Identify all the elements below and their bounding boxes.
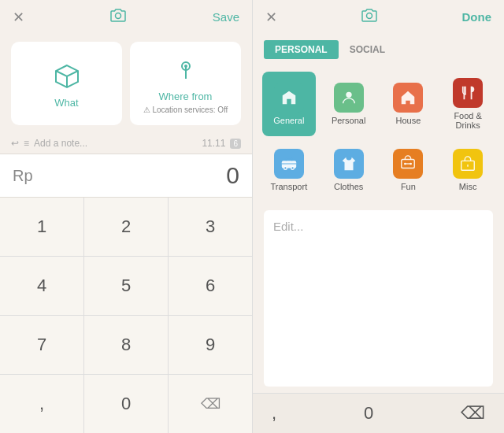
svg-point-3: [367, 13, 372, 19]
category-label-house: House: [395, 116, 421, 125]
left-camera-icon[interactable]: [109, 8, 127, 26]
category-label-clothes: Clothes: [334, 182, 363, 191]
category-label-food: Food & Drinks: [444, 111, 491, 130]
numpad-key-8[interactable]: 8: [84, 316, 168, 374]
numpad-key-4[interactable]: 4: [0, 257, 83, 315]
numpad-key-7[interactable]: 7: [0, 316, 83, 374]
modal-camera-icon[interactable]: [361, 8, 378, 26]
right-panel: ✕ Done PERSONALSOCIAL GeneralPersonalHou…: [252, 0, 504, 433]
category-transport[interactable]: Transport: [262, 142, 316, 198]
numpad: 123456789,0⌫: [0, 198, 252, 433]
left-top-bar: ✕ Save: [0, 0, 252, 34]
svg-point-9: [291, 167, 295, 170]
category-fun[interactable]: Fun: [382, 142, 435, 198]
what-card[interactable]: What: [11, 42, 122, 125]
category-personal[interactable]: Personal: [322, 72, 376, 136]
amount-display: Rp 0: [0, 154, 252, 198]
category-label-fun: Fun: [401, 182, 416, 191]
left-save-button[interactable]: Save: [213, 10, 239, 24]
modal-backspace-key[interactable]: ⌫: [453, 400, 493, 427]
left-close-button[interactable]: ✕: [13, 9, 24, 26]
done-button[interactable]: Done: [462, 10, 492, 24]
numpad-key-,[interactable]: ,: [0, 375, 83, 433]
modal-comma-key[interactable]: ,: [264, 400, 284, 427]
category-clothes[interactable]: Clothes: [322, 142, 376, 198]
amount-value: 0: [226, 162, 239, 189]
note-badge: 6: [230, 139, 241, 149]
svg-point-12: [404, 163, 406, 165]
modal-zero-key[interactable]: 0: [356, 400, 381, 427]
category-house[interactable]: House: [382, 72, 435, 136]
numpad-key-backspace[interactable]: ⌫: [169, 375, 252, 433]
numpad-key-1[interactable]: 1: [0, 198, 83, 256]
numpad-key-9[interactable]: 9: [169, 316, 252, 374]
numpad-key-2[interactable]: 2: [84, 198, 168, 256]
numpad-key-6[interactable]: 6: [169, 257, 252, 315]
currency-label: Rp: [13, 167, 33, 185]
edit-area[interactable]: Edit...: [264, 210, 493, 387]
category-label-misc: Misc: [459, 182, 477, 191]
modal-top-bar: ✕ Done: [253, 0, 504, 34]
category-misc[interactable]: Misc: [441, 142, 495, 198]
edit-placeholder: Edit...: [273, 220, 303, 233]
svg-point-0: [116, 13, 121, 19]
note-amount: 11.11: [202, 138, 225, 149]
category-label-personal: Personal: [332, 116, 365, 125]
modal-bottom-bar: , 0 ⌫: [253, 393, 504, 433]
location-warning: ⚠ Location services: Off: [143, 105, 228, 114]
modal-close-button[interactable]: ✕: [265, 9, 277, 26]
category-grid: GeneralPersonalHouseFood & DrinksTranspo…: [253, 65, 504, 204]
numpad-key-5[interactable]: 5: [84, 257, 168, 315]
category-label-transport: Transport: [271, 182, 308, 191]
card-grid: What Where from ⚠ Location services: Off: [0, 34, 252, 133]
add-note-text[interactable]: Add a note...: [34, 138, 87, 149]
category-label-general: General: [273, 116, 304, 125]
where-card-label: Where from: [159, 91, 213, 102]
tab-bar: PERSONALSOCIAL: [253, 34, 504, 65]
tab-personal[interactable]: PERSONAL: [264, 40, 339, 59]
svg-point-13: [410, 163, 413, 165]
tab-social[interactable]: SOCIAL: [339, 40, 396, 59]
svg-point-4: [346, 92, 351, 98]
note-bar: ↩ ≡ Add a note... 11.11 6: [0, 133, 252, 154]
note-icon: ≡: [24, 138, 29, 149]
left-panel: ✕ Save What Where from ⚠ Location servic…: [0, 0, 252, 433]
what-card-label: What: [54, 97, 78, 109]
svg-point-8: [284, 167, 287, 170]
category-general[interactable]: General: [262, 72, 316, 136]
category-food[interactable]: Food & Drinks: [441, 72, 495, 136]
numpad-key-3[interactable]: 3: [169, 198, 252, 256]
numpad-key-0[interactable]: 0: [84, 375, 168, 433]
where-card[interactable]: Where from ⚠ Location services: Off: [130, 42, 241, 125]
refresh-icon: ↩: [11, 138, 19, 149]
